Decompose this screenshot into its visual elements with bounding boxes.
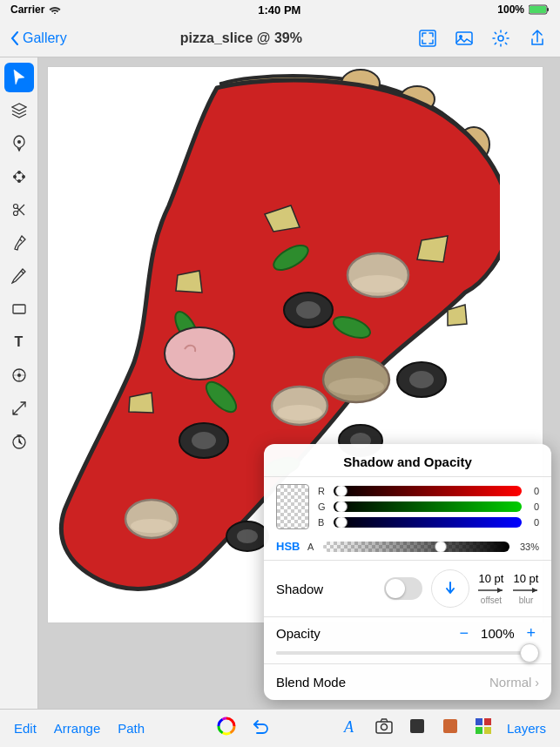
green-slider-thumb[interactable]	[335, 501, 347, 512]
svg-point-51	[165, 327, 234, 380]
shadow-direction-arrow-icon	[442, 581, 458, 596]
status-bar: Carrier 1:40 PM 100%	[0, 0, 560, 19]
scissors-icon	[11, 202, 27, 218]
transform-tool-button[interactable]	[4, 96, 34, 125]
color-fill-button[interactable]	[441, 717, 460, 740]
opacity-section: Opacity − 100% +	[264, 617, 551, 648]
shadow-offset-group: 10 pt offset	[478, 572, 504, 605]
share-icon-button[interactable]	[525, 26, 550, 50]
square-button[interactable]	[408, 717, 427, 740]
undo-icon	[250, 717, 269, 736]
color-preview[interactable]	[276, 484, 309, 529]
blue-slider-row: B 0	[318, 517, 539, 528]
svg-rect-15	[13, 305, 25, 313]
shadow-blur-label: blur	[519, 596, 534, 605]
svg-point-38	[237, 529, 258, 543]
svg-rect-3	[530, 6, 546, 13]
text-tool-button[interactable]: T	[4, 327, 34, 357]
opacity-slider-thumb[interactable]	[520, 643, 539, 663]
share-icon	[528, 29, 547, 48]
svg-rect-65	[484, 727, 491, 734]
green-slider-track[interactable]	[334, 501, 522, 512]
status-right: 100%	[497, 3, 550, 16]
hsb-label[interactable]: HSB	[276, 540, 302, 553]
node-tool-button[interactable]	[4, 162, 34, 192]
scissors-tool-button[interactable]	[4, 195, 34, 225]
opacity-decrease-button[interactable]: −	[456, 621, 473, 646]
svg-point-34	[192, 432, 216, 449]
canvas-area[interactable]: Shadow and Opacity R 0 G	[38, 57, 560, 709]
shadow-toggle-thumb	[386, 579, 405, 598]
shadow-direction-button[interactable]	[431, 569, 469, 608]
svg-point-32	[409, 371, 434, 388]
svg-point-13	[13, 205, 17, 209]
r-label: R	[318, 486, 328, 496]
pencil-tool-button[interactable]	[4, 261, 34, 291]
undo-button[interactable]	[250, 717, 269, 740]
time-display: 1:40 PM	[258, 3, 300, 17]
blue-slider-track[interactable]	[334, 517, 522, 528]
red-slider-track[interactable]	[334, 486, 522, 496]
mosaic-button[interactable]	[474, 717, 493, 740]
bottom-right-actions: A Layer	[341, 717, 546, 740]
svg-point-7	[498, 36, 503, 41]
camera-icon	[374, 717, 394, 736]
svg-point-59	[381, 724, 387, 730]
svg-rect-60	[410, 719, 424, 733]
red-slider-row: R 0	[318, 486, 539, 496]
battery-text: 100%	[497, 3, 524, 16]
status-left: Carrier	[10, 3, 61, 16]
image-icon	[455, 29, 474, 48]
svg-rect-62	[476, 718, 482, 725]
blend-mode-section[interactable]: Blend Mode Normal ›	[264, 663, 551, 700]
alpha-slider-thumb[interactable]	[435, 542, 447, 552]
carrier-text: Carrier	[10, 3, 44, 16]
edit-button[interactable]: Edit	[14, 721, 37, 736]
back-button[interactable]: Gallery	[10, 30, 67, 46]
alpha-slider-track[interactable]	[323, 542, 509, 552]
shadow-label: Shadow	[276, 582, 375, 596]
bottom-center-actions	[217, 717, 269, 740]
svg-rect-64	[476, 727, 482, 734]
shadow-opacity-panel: Shadow and Opacity R 0 G	[264, 444, 551, 700]
eyedropper-tool-button[interactable]	[4, 228, 34, 258]
bottom-toolbar: Edit Arrange Path A	[0, 709, 560, 747]
shadow-blur-value: 10 pt	[514, 572, 539, 585]
pen-tool-button[interactable]	[4, 129, 34, 158]
red-slider-thumb[interactable]	[335, 486, 347, 496]
image-icon-button[interactable]	[452, 26, 476, 50]
shadow-toggle[interactable]	[384, 577, 422, 600]
rectangle-tool-button[interactable]	[4, 294, 34, 324]
hsb-alpha-row: HSB A 33%	[264, 536, 551, 560]
arrange-button[interactable]: Arrange	[54, 721, 100, 736]
wifi-icon	[49, 5, 61, 14]
layers-button[interactable]: Layers	[507, 721, 546, 736]
alpha-value: 33%	[515, 542, 539, 552]
shadow-offset-value: 10 pt	[479, 572, 504, 585]
svg-point-53	[328, 378, 384, 395]
mosaic-icon	[474, 717, 493, 736]
panel-title: Shadow and Opacity	[264, 444, 551, 477]
path-button[interactable]: Path	[118, 721, 145, 736]
settings-gear-icon	[491, 29, 510, 48]
picker-tool-button[interactable]	[4, 360, 34, 390]
back-chevron-icon	[10, 31, 19, 45]
tools-panel: T	[0, 57, 38, 709]
select-tool-button[interactable]	[4, 63, 34, 92]
resize-tool-button[interactable]	[4, 394, 34, 423]
back-label: Gallery	[23, 30, 67, 46]
g-value: 0	[527, 501, 539, 512]
timer-tool-button[interactable]	[4, 427, 34, 456]
expand-icon-button[interactable]	[415, 26, 440, 50]
text-format-button[interactable]: A	[341, 717, 361, 740]
camera-button[interactable]	[374, 717, 394, 740]
color-wheel-button[interactable]	[217, 717, 236, 740]
pencil-icon	[11, 267, 27, 285]
opacity-increase-button[interactable]: +	[523, 621, 539, 646]
opacity-value: 100%	[481, 626, 514, 641]
color-wheel-icon	[217, 717, 236, 736]
blue-slider-thumb[interactable]	[335, 517, 347, 528]
opacity-slider-track[interactable]	[276, 651, 539, 655]
opacity-slider-fill	[276, 651, 539, 655]
settings-icon-button[interactable]	[489, 26, 513, 50]
